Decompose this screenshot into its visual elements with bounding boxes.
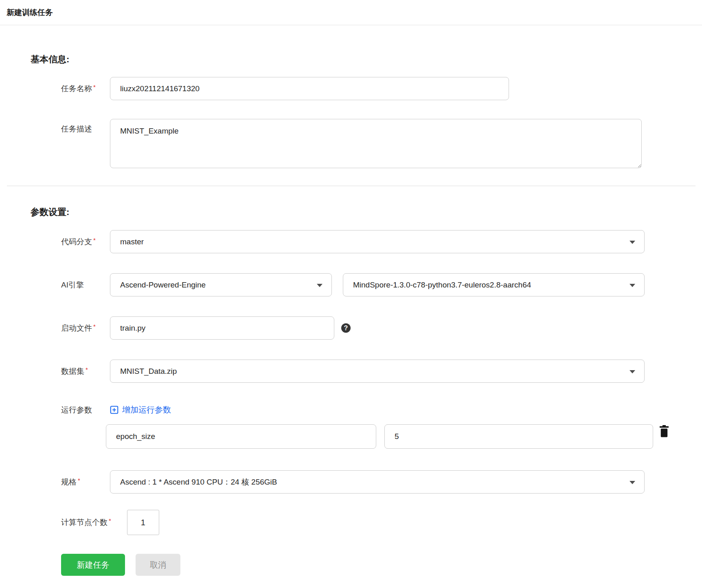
spec-select[interactable]: Ascend : 1 * Ascend 910 CPU：24 核 256GiB — [110, 470, 645, 494]
ai-engine-row: AI引擎 Ascend-Powered-Engine MindSpore-1.3… — [61, 273, 702, 296]
ai-engine-value: Ascend-Powered-Engine — [120, 281, 206, 290]
task-desc-row: 任务描述 MNIST_Example — [61, 119, 702, 168]
engine-version-select[interactable]: MindSpore-1.3.0-c78-python3.7-euleros2.8… — [343, 273, 645, 296]
dataset-row: 数据集* MNIST_Data.zip — [61, 360, 702, 383]
required-marker: * — [93, 83, 96, 90]
caret-down-icon — [630, 284, 635, 287]
required-marker: * — [86, 366, 88, 373]
create-task-button[interactable]: 新建任务 — [61, 554, 125, 576]
code-branch-row: 代码分支* master — [61, 230, 702, 253]
boot-file-input[interactable] — [110, 316, 334, 340]
trash-icon — [659, 425, 669, 438]
code-branch-label: 代码分支* — [61, 237, 110, 247]
required-marker: * — [93, 237, 96, 244]
caret-down-icon — [630, 370, 635, 373]
dataset-value: MNIST_Data.zip — [120, 367, 177, 376]
spec-row: 规格* Ascend : 1 * Ascend 910 CPU：24 核 256… — [61, 470, 702, 494]
caret-down-icon — [630, 241, 635, 244]
required-marker: * — [93, 323, 96, 330]
node-count-row: 计算节点个数* — [61, 510, 702, 535]
ai-engine-select[interactable]: Ascend-Powered-Engine — [110, 273, 332, 296]
section-divider — [7, 186, 695, 186]
delete-param-button[interactable] — [659, 425, 669, 439]
help-icon[interactable]: ? — [341, 323, 351, 333]
squared-plus-icon — [110, 406, 118, 414]
task-name-input[interactable] — [110, 77, 509, 100]
code-branch-value: master — [120, 237, 144, 246]
param-value-input[interactable] — [384, 424, 653, 449]
param-settings-heading: 参数设置: — [31, 206, 702, 218]
boot-file-row: 启动文件* ? — [61, 316, 702, 340]
run-param-entry-row — [106, 424, 702, 449]
boot-file-label: 启动文件* — [61, 323, 110, 333]
cancel-button[interactable]: 取消 — [136, 554, 180, 576]
task-name-label: 任务名称* — [61, 83, 110, 94]
param-key-input[interactable] — [106, 424, 376, 449]
node-count-label: 计算节点个数* — [61, 517, 111, 528]
code-branch-select[interactable]: master — [110, 230, 645, 253]
task-desc-textarea[interactable]: MNIST_Example — [110, 119, 642, 168]
run-params-row: 运行参数 增加运行参数 — [61, 404, 702, 415]
caret-down-icon — [317, 284, 322, 287]
add-run-param-label: 增加运行参数 — [122, 404, 171, 415]
add-run-param-link[interactable]: 增加运行参数 — [110, 404, 171, 415]
page-title: 新建训练任务 — [7, 7, 53, 18]
page-header: 新建训练任务 — [0, 0, 702, 25]
basic-info-heading: 基本信息: — [31, 53, 702, 66]
task-desc-label: 任务描述 — [61, 119, 110, 134]
required-marker: * — [109, 517, 111, 524]
required-marker: * — [78, 477, 80, 484]
actions-row: 新建任务 取消 — [61, 554, 702, 576]
task-name-row: 任务名称* — [61, 77, 702, 100]
spec-value: Ascend : 1 * Ascend 910 CPU：24 核 256GiB — [120, 477, 277, 487]
node-count-input[interactable] — [127, 510, 159, 535]
dataset-label: 数据集* — [61, 366, 110, 377]
engine-version-value: MindSpore-1.3.0-c78-python3.7-euleros2.8… — [353, 281, 531, 290]
ai-engine-label: AI引擎 — [61, 280, 110, 290]
dataset-select[interactable]: MNIST_Data.zip — [110, 360, 645, 383]
run-params-label: 运行参数 — [61, 405, 110, 415]
caret-down-icon — [630, 481, 635, 484]
spec-label: 规格* — [61, 477, 110, 487]
